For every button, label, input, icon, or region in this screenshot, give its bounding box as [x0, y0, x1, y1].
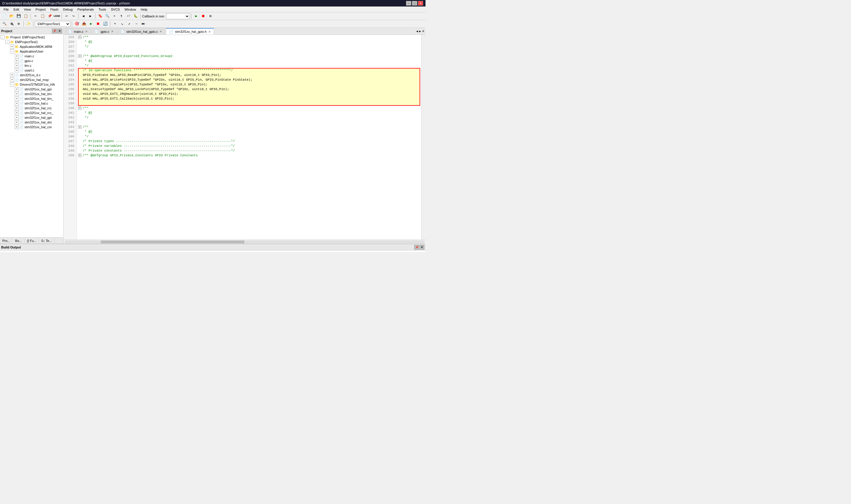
build-btn[interactable]: 🔨 [1, 21, 8, 27]
tree-item[interactable]: +📄stm32f1xx_hal_rcc [1, 106, 62, 110]
tree-toggle-btn[interactable]: + [15, 64, 19, 68]
tab-close-main[interactable]: ✕ [85, 30, 88, 33]
fold-button[interactable]: ⊟ [78, 35, 82, 39]
step-out-btn[interactable]: ↗ [126, 21, 132, 27]
build-close-btn[interactable]: ✕ [420, 245, 424, 250]
tree-toggle-btn[interactable]: + [15, 101, 19, 106]
tab-scroll-left[interactable]: ◀ [416, 30, 418, 33]
tree-toggle-btn[interactable]: + [15, 54, 19, 58]
copy-button[interactable]: 📋 [39, 13, 46, 19]
paste-button[interactable]: 📌 [47, 13, 53, 19]
tab-main-c[interactable]: 📄 main.c ✕ [65, 28, 91, 35]
debug2-btn[interactable]: 🔌 [8, 21, 15, 27]
load2-btn[interactable]: 📥 [81, 21, 87, 27]
menu-debug[interactable]: Debug [61, 7, 75, 12]
fold-button[interactable]: ⊟ [78, 54, 82, 58]
menu-peripherals[interactable]: Peripherals [75, 7, 96, 12]
comment-button[interactable]: // [125, 13, 132, 19]
menu-file[interactable]: File [1, 7, 11, 12]
h-scroll-thumb[interactable] [101, 240, 245, 244]
target-settings-btn[interactable]: 🎯 [74, 21, 80, 27]
tree-toggle-btn[interactable]: - [10, 83, 14, 87]
reset-btn[interactable]: 🔄 [102, 21, 108, 27]
tree-item[interactable]: +📄usart.c [1, 68, 62, 73]
proj-tab-functions[interactable]: {} Fu... [24, 238, 39, 243]
tree-item[interactable]: +📄stm32f1xx_it.c [1, 73, 62, 77]
settings-button[interactable]: ⚙ [207, 13, 214, 19]
tree-item[interactable]: +📄stm32f1xx_hal.c [1, 101, 62, 106]
tree-toggle-btn[interactable]: + [10, 78, 14, 82]
minimize-button[interactable]: ─ [406, 1, 411, 6]
bookmark-button[interactable]: 🔖 [97, 13, 104, 19]
tab-hal-gpio-h[interactable]: 📄 stm32f1xx_hal_gpio.h ✕ [166, 28, 214, 35]
tree-item[interactable]: +📄stm32f1xx_hal_tim_ [1, 96, 62, 101]
tree-toggle-btn[interactable]: + [15, 111, 19, 115]
tree-toggle-btn[interactable]: + [15, 125, 19, 129]
tree-toggle-btn[interactable]: + [15, 68, 19, 72]
tree-toggle-btn[interactable]: + [15, 120, 19, 124]
tree-toggle-btn[interactable]: + [15, 59, 19, 63]
panel-close-btn[interactable]: ✕ [57, 29, 62, 33]
undo-button[interactable]: ↩ [63, 13, 70, 19]
nav-forward-button[interactable]: ▶ [87, 13, 94, 19]
stop-debug-btn[interactable]: ⏹ [95, 21, 101, 27]
tree-toggle-btn[interactable]: - [1, 35, 5, 39]
tree-item[interactable]: -📁Application/User [1, 49, 62, 54]
tab-gpio-c[interactable]: 📄 gpio.c ✕ [91, 28, 116, 35]
format-button[interactable]: ¶ [118, 13, 125, 19]
tree-item[interactable]: +📄stm32f1xx_hal_rcc_ [1, 110, 62, 115]
menu-help[interactable]: Help [138, 7, 150, 12]
tree-item[interactable]: -📁Drivers/STM32F1xx_HA [1, 82, 62, 87]
callback-dropdown[interactable] [166, 13, 190, 19]
tree-item[interactable]: -📁Project: EMProjectTest1 [1, 35, 62, 40]
tab-scroll-right[interactable]: ▶ [419, 30, 421, 33]
fold-button[interactable]: ⊟ [78, 125, 82, 129]
menu-view[interactable]: View [22, 7, 33, 12]
tree-item[interactable]: +📄main.c [1, 54, 62, 58]
build-pin-btn[interactable]: 📌 [414, 245, 419, 250]
tree-item[interactable]: -📁EMProjectTest1 [1, 40, 62, 44]
tree-toggle-btn[interactable]: + [15, 96, 19, 101]
tab-close-all[interactable]: ✕ [422, 29, 424, 33]
redo-button[interactable]: ↪ [70, 13, 77, 19]
start-debug-btn[interactable]: ▶ [88, 21, 94, 27]
maximize-button[interactable]: □ [412, 1, 417, 6]
step-into-btn[interactable]: ↘ [119, 21, 125, 27]
run-to-cursor-btn[interactable]: → [133, 21, 140, 27]
code-area[interactable]: ⊟/**⊟ * @}⊟ */⊟⊟/** @addtogroup GPIO_Exp… [77, 35, 421, 239]
project-select[interactable]: EMProjectTest1 [35, 21, 70, 27]
tree-toggle-btn[interactable]: + [15, 106, 19, 110]
tree-item[interactable]: +📄tim.c [1, 63, 62, 68]
fold-button[interactable]: ⊟ [78, 106, 82, 110]
tree-toggle-btn[interactable]: + [15, 87, 19, 91]
nav-back-button[interactable]: ◀ [80, 13, 87, 19]
tree-item[interactable]: +📄stm32f1xx_hal_dm [1, 120, 62, 125]
menu-window[interactable]: Window [122, 7, 138, 12]
manage-btn[interactable]: ⚙ [15, 21, 22, 27]
close-button[interactable]: ✕ [418, 1, 423, 6]
tree-toggle-btn[interactable]: - [5, 40, 10, 44]
save-all-button[interactable]: 📋 [22, 13, 29, 19]
fold-button[interactable]: ⊟ [78, 154, 82, 157]
step-over-btn[interactable]: ↷ [112, 21, 118, 27]
menu-flash[interactable]: Flash [48, 7, 61, 12]
h-scroll-track[interactable] [65, 240, 424, 244]
new-file-button[interactable]: 📄 [1, 13, 8, 19]
tab-close-hal-h[interactable]: ✕ [208, 30, 211, 33]
tree-toggle-btn[interactable]: + [10, 73, 14, 77]
tree-item[interactable]: +📄stm32f1xx_hal_msp [1, 77, 62, 82]
tree-item[interactable]: +📄gpio.c [1, 58, 62, 63]
panel-pin-btn[interactable]: 📌 [52, 29, 57, 33]
tree-item[interactable]: +📄stm32f1xx_hal_cor [1, 125, 62, 129]
magic-btn[interactable]: ✨ [25, 21, 32, 27]
proj-tab-books[interactable]: Bo... [13, 238, 24, 243]
debug-icon[interactable]: 🐛 [132, 13, 139, 19]
tab-hal-gpio-c[interactable]: 📄 stm32f1xx_hal_gpio.c ✕ [117, 28, 165, 35]
load-button[interactable]: LOAD [53, 13, 60, 19]
tree-toggle-btn[interactable]: + [15, 92, 19, 96]
open-file-button[interactable]: 📂 [8, 13, 15, 19]
proj-tab-templates[interactable]: 0↓ Te... [39, 238, 54, 243]
proj-tab-project[interactable]: Pro... [0, 238, 13, 243]
tab-close-hal-c[interactable]: ✕ [160, 30, 162, 33]
find-button[interactable]: 🔍 [104, 13, 110, 19]
